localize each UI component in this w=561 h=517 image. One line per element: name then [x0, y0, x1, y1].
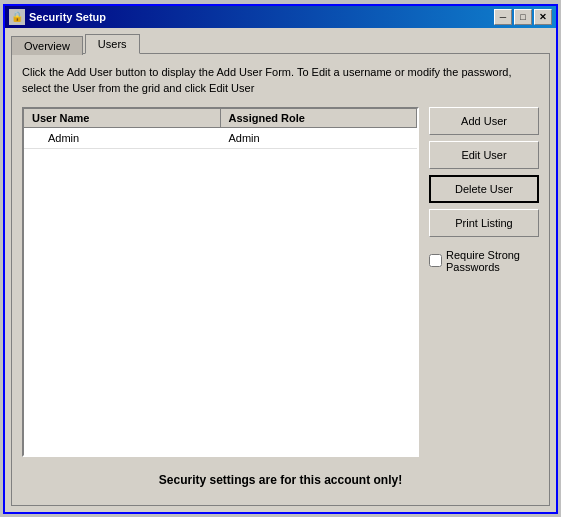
minimize-button[interactable]: ─: [494, 9, 512, 25]
window-title: Security Setup: [29, 11, 494, 23]
main-window: 🔒 Security Setup ─ □ ✕ Overview Users Cl…: [3, 4, 558, 514]
tab-users[interactable]: Users: [85, 34, 140, 54]
maximize-button[interactable]: □: [514, 9, 532, 25]
strong-passwords-label: Require Strong Passwords: [446, 249, 539, 273]
cell-role: Admin: [221, 130, 418, 146]
footer-text: Security settings are for this account o…: [22, 457, 539, 495]
edit-user-button[interactable]: Edit User: [429, 141, 539, 169]
title-bar: 🔒 Security Setup ─ □ ✕: [5, 6, 556, 28]
window-content: Overview Users Click the Add User button…: [5, 28, 556, 512]
print-listing-button[interactable]: Print Listing: [429, 209, 539, 237]
buttons-panel: Add User Edit User Delete User Print Lis…: [429, 107, 539, 457]
tab-content: Click the Add User button to display the…: [11, 53, 550, 506]
cell-username: Admin: [24, 130, 221, 146]
delete-user-button[interactable]: Delete User: [429, 175, 539, 203]
tabs-container: Overview Users: [11, 34, 550, 53]
row-icon: [32, 132, 44, 144]
strong-passwords-checkbox[interactable]: [429, 254, 442, 267]
tab-overview[interactable]: Overview: [11, 36, 83, 55]
close-button[interactable]: ✕: [534, 9, 552, 25]
add-user-button[interactable]: Add User: [429, 107, 539, 135]
user-grid: User Name Assigned Role Admin Admin: [22, 107, 419, 457]
main-area: User Name Assigned Role Admin Admin: [22, 107, 539, 457]
grid-body: Admin Admin: [24, 128, 417, 455]
window-controls: ─ □ ✕: [494, 9, 552, 25]
window-icon: 🔒: [9, 9, 25, 25]
table-row[interactable]: Admin Admin: [24, 128, 417, 149]
col-username: User Name: [24, 109, 221, 127]
col-role: Assigned Role: [221, 109, 418, 127]
strong-passwords-area: Require Strong Passwords: [429, 249, 539, 273]
instructions-text: Click the Add User button to display the…: [22, 64, 539, 97]
grid-header: User Name Assigned Role: [24, 109, 417, 128]
